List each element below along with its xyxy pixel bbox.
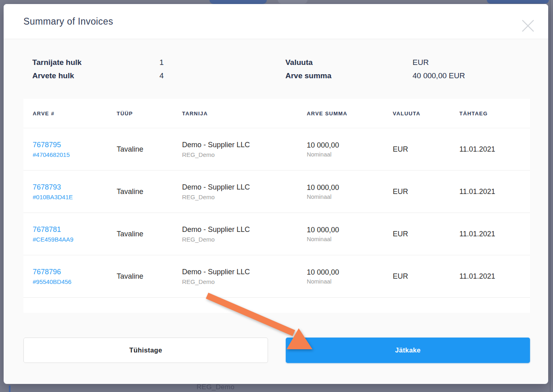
supplier-register: REG_Demo — [182, 194, 297, 200]
invoice-total-value: 40 000,00 EUR — [413, 71, 548, 80]
supplier-register: REG_Demo — [182, 236, 297, 243]
invoice-number-link[interactable]: 7678781 — [33, 225, 107, 234]
supplier-name: Demo - Supplier LLC — [182, 225, 297, 234]
table-row: 7678795 #4704682015 Tavaline Demo - Supp… — [23, 128, 530, 170]
invoice-due-date: 11.01.2021 — [450, 188, 530, 196]
invoice-ref-link[interactable]: #CE459B4AA9 — [33, 236, 107, 243]
cancel-button[interactable]: Tühistage — [23, 338, 268, 363]
invoice-number-link[interactable]: 7678795 — [33, 141, 107, 149]
suppliers-count-value: 1 — [159, 58, 285, 67]
invoice-amount: 10 000,00 — [307, 226, 383, 234]
invoice-total-label: Arve summa — [285, 71, 413, 80]
background-tick — [9, 386, 10, 392]
invoice-amount: 10 000,00 — [307, 141, 383, 150]
invoices-count-label: Arvete hulk — [32, 71, 159, 80]
invoice-type: Tavaline — [107, 145, 173, 154]
summary-of-invoices-dialog: Summary of Invoices Tarnijate hulk 1 Val… — [4, 4, 548, 384]
column-header-currency: VALUUTA — [383, 111, 450, 117]
background-panel-edge — [550, 0, 551, 392]
table-row: 7678793 #010BA3D41E Tavaline Demo - Supp… — [23, 170, 530, 213]
continue-button[interactable]: Jätkake — [286, 338, 530, 363]
invoice-number-link[interactable]: 7678796 — [33, 268, 107, 276]
column-header-type: TÜÜP — [107, 111, 173, 117]
currency-label: Valuuta — [285, 58, 413, 67]
table-header-row: ARVE # TÜÜP TARNIJA ARVE SUMMA VALUUTA T… — [23, 99, 530, 128]
invoice-type: Tavaline — [107, 230, 173, 238]
supplier-name: Demo - Supplier LLC — [182, 141, 297, 149]
amount-type: Nominaal — [307, 194, 383, 200]
invoices-count-value: 4 — [159, 71, 285, 80]
table-footer-spacer — [23, 297, 530, 313]
close-button[interactable] — [521, 19, 535, 33]
invoice-amount: 10 000,00 — [307, 268, 383, 277]
invoices-table: ARVE # TÜÜP TARNIJA ARVE SUMMA VALUUTA T… — [23, 99, 530, 313]
supplier-name: Demo - Supplier LLC — [182, 183, 297, 192]
invoice-ref-link[interactable]: #010BA3D41E — [33, 194, 107, 200]
column-header-invoice-no: ARVE # — [23, 111, 107, 117]
invoice-type: Tavaline — [107, 272, 173, 281]
invoice-currency: EUR — [383, 145, 450, 154]
currency-value: EUR — [413, 58, 548, 67]
column-header-due-date: TÄHTAEG — [450, 111, 530, 117]
close-icon — [521, 19, 535, 33]
column-header-supplier: TARNIJA — [173, 111, 297, 117]
supplier-name: Demo - Supplier LLC — [182, 268, 297, 276]
invoice-due-date: 11.01.2021 — [450, 145, 530, 154]
invoice-ref-link[interactable]: #95540BD456 — [33, 278, 107, 285]
supplier-register: REG_Demo — [182, 151, 297, 158]
background-button-blue-right — [487, 0, 549, 4]
column-header-amount: ARVE SUMMA — [297, 111, 383, 117]
invoice-due-date: 11.01.2021 — [450, 272, 530, 281]
amount-type: Nominaal — [307, 278, 383, 285]
dialog-header: Summary of Invoices — [4, 4, 548, 39]
invoice-amount: 10 000,00 — [307, 183, 383, 192]
invoice-currency: EUR — [383, 188, 450, 196]
amount-type: Nominaal — [307, 236, 383, 242]
invoice-type: Tavaline — [107, 188, 173, 196]
background-button-blue — [209, 0, 267, 4]
dialog-body: Tarnijate hulk 1 Valuuta EUR Arvete hulk… — [4, 39, 548, 363]
invoice-currency: EUR — [383, 230, 450, 238]
invoice-due-date: 11.01.2021 — [450, 230, 530, 238]
invoice-number-link[interactable]: 7678793 — [33, 183, 107, 192]
table-row: 7678781 #CE459B4AA9 Tavaline Demo - Supp… — [23, 213, 530, 255]
summary-section: Tarnijate hulk 1 Valuuta EUR Arvete hulk… — [4, 39, 548, 80]
background-button-gray — [278, 0, 308, 4]
table-row: 7678796 #95540BD456 Tavaline Demo - Supp… — [23, 255, 530, 297]
invoice-currency: EUR — [383, 272, 450, 281]
background-text: REG_Demo — [197, 383, 235, 391]
page-root: { "modal": { "title": "Summary of Invoic… — [0, 0, 553, 392]
dialog-actions: Tühistage Jätkake — [23, 338, 530, 363]
amount-type: Nominaal — [307, 151, 383, 158]
invoice-ref-link[interactable]: #4704682015 — [33, 151, 107, 158]
supplier-register: REG_Demo — [182, 278, 297, 285]
suppliers-count-label: Tarnijate hulk — [32, 58, 159, 67]
dialog-title: Summary of Invoices — [23, 16, 113, 27]
